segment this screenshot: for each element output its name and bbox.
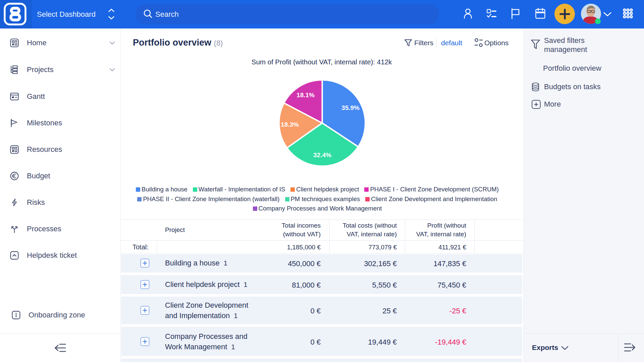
- svg-text:18.1%: 18.1%: [297, 92, 315, 99]
- svg-text:32.4%: 32.4%: [313, 152, 331, 159]
- svg-text:35.9%: 35.9%: [341, 104, 360, 111]
- svg-text:18.3%: 18.3%: [281, 121, 299, 128]
